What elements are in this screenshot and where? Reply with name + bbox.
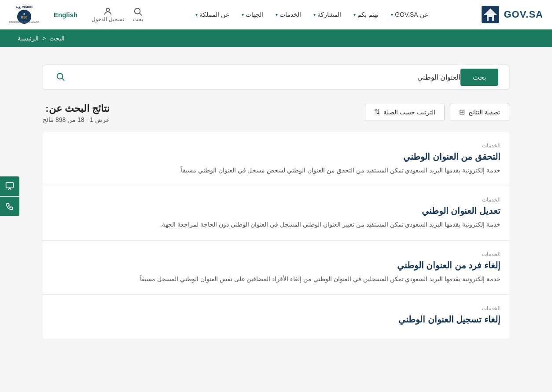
nav-item-participation[interactable]: المشاركة ▾ xyxy=(308,7,346,22)
search-label: بحث xyxy=(133,16,143,22)
result-title[interactable]: التحقق من العنوان الوطني xyxy=(52,151,500,162)
vision-2030-logo: VISION رؤية 2 030 KINGDOM OF SAUDI ARABI… xyxy=(9,4,40,26)
nav-label: عن GOV.SA xyxy=(395,11,428,18)
header-actions: بحث تسجيل الدخول English VISION رؤية 2 0… xyxy=(9,4,143,26)
result-item: الخدمات تعديل العنوان الوطني خدمة إلكترو… xyxy=(43,186,509,240)
gov-logo-area: GOV.SA xyxy=(481,5,543,24)
sort-label: الترتيب حسب الصلة xyxy=(383,109,435,116)
user-icon xyxy=(103,7,113,16)
chat-button[interactable] xyxy=(0,176,19,196)
result-category: الخدمات xyxy=(52,251,500,257)
svg-text:030: 030 xyxy=(21,15,27,19)
results-header: تصفية النتائج ⊞ الترتيب حسب الصلة ⇅ نتائ… xyxy=(43,103,509,123)
search-icon xyxy=(133,7,143,16)
chevron-down-icon: ▾ xyxy=(353,12,356,17)
english-language-link[interactable]: English xyxy=(48,7,83,22)
svg-rect-13 xyxy=(6,182,14,188)
main-nav: عن GOV.SA ▾ نهتم بكم ▾ المشاركة ▾ الخدما… xyxy=(143,7,481,22)
svg-text:VISION رؤية: VISION رؤية xyxy=(16,5,33,9)
sliders-icon: ⊞ xyxy=(459,108,465,116)
gov-logo-text: GOV.SA xyxy=(504,9,543,20)
result-description: خدمة إلكترونية يقدمها البريد السعودي تمك… xyxy=(52,165,500,175)
search-bar-icon xyxy=(55,72,65,83)
chevron-down-icon: ▾ xyxy=(391,12,393,17)
nav-label: المشاركة xyxy=(317,11,341,18)
result-description: خدمة إلكترونية يقدمها البريد السعودي تمك… xyxy=(52,274,500,284)
nav-label: عن المملكة xyxy=(199,11,229,18)
search-button[interactable]: بحث xyxy=(460,69,498,86)
svg-point-11 xyxy=(57,73,63,79)
result-category: الخدمات xyxy=(52,305,500,311)
result-title[interactable]: إلغاء تسجيل العنوان الوطني xyxy=(52,314,500,325)
breadcrumb-current: البحث xyxy=(49,35,65,42)
filter-button[interactable]: تصفية النتائج ⊞ xyxy=(450,103,509,121)
search-bar-container: بحث xyxy=(43,65,509,90)
gov-logo-icon xyxy=(481,5,500,24)
results-title: نتائج البحث عن: xyxy=(43,103,110,114)
sort-arrows-icon: ⇅ xyxy=(374,108,380,116)
sort-button[interactable]: الترتيب حسب الصلة ⇅ xyxy=(365,103,445,121)
result-item: الخدمات التحقق من العنوان الوطني خدمة إل… xyxy=(43,132,509,186)
result-category: الخدمات xyxy=(52,143,500,149)
nav-item-care[interactable]: نهتم بكم ▾ xyxy=(348,7,384,22)
results-filters: تصفية النتائج ⊞ الترتيب حسب الصلة ⇅ xyxy=(365,103,509,121)
chevron-down-icon: ▾ xyxy=(195,12,198,17)
gov-logo[interactable]: GOV.SA xyxy=(481,5,543,24)
results-info: نتائج البحث عن: عرض 1 - 18 من 898 نتائج xyxy=(43,103,110,123)
main-content: بحث تصفية النتائج ⊞ الترتيب حسب الصلة ⇅ … xyxy=(34,47,518,356)
side-buttons xyxy=(0,176,19,216)
login-action[interactable]: تسجيل الدخول xyxy=(92,7,124,22)
login-label: تسجيل الدخول xyxy=(92,16,124,22)
svg-point-4 xyxy=(106,8,109,11)
nav-item-services[interactable]: الخدمات ▾ xyxy=(270,7,306,22)
chevron-down-icon: ▾ xyxy=(313,12,316,17)
nav-item-entities[interactable]: الجهات ▾ xyxy=(236,7,269,22)
result-title[interactable]: إلغاء فرد من العنوان الوطني xyxy=(52,260,500,271)
chevron-down-icon: ▾ xyxy=(242,12,244,17)
result-category: الخدمات xyxy=(52,197,500,203)
svg-text:KINGDOM OF SAUDI ARABIA: KINGDOM OF SAUDI ARABIA xyxy=(9,21,40,23)
chevron-down-icon: ▾ xyxy=(276,12,278,17)
search-action[interactable]: بحث xyxy=(133,7,143,22)
result-description: خدمة إلكترونية يقدمها البريد السعودي تمك… xyxy=(52,220,500,229)
result-title[interactable]: تعديل العنوان الوطني xyxy=(52,205,500,216)
svg-line-3 xyxy=(140,13,142,15)
svg-point-2 xyxy=(135,8,140,14)
nav-item-about-kingdom[interactable]: عن المملكة ▾ xyxy=(190,7,235,22)
filter-label: تصفية النتائج xyxy=(468,109,500,116)
nav-label: الخدمات xyxy=(280,11,301,18)
phone-icon xyxy=(5,202,14,211)
breadcrumb-bar: البحث < الرئيسية xyxy=(0,29,552,47)
phone-button[interactable] xyxy=(0,197,19,216)
chat-icon xyxy=(5,182,14,191)
search-input[interactable] xyxy=(65,73,460,81)
breadcrumb-home[interactable]: الرئيسية xyxy=(18,35,39,42)
results-count: عرض 1 - 18 من 898 نتائج xyxy=(43,116,110,123)
nav-label: الجهات xyxy=(246,11,263,18)
breadcrumb-separator: < xyxy=(42,35,46,42)
result-item-partial: الخدمات إلغاء تسجيل العنوان الوطني xyxy=(43,295,509,339)
svg-line-12 xyxy=(62,78,64,81)
results-list: الخدمات التحقق من العنوان الوطني خدمة إل… xyxy=(43,132,509,339)
result-item: الخدمات إلغاء فرد من العنوان الوطني خدمة… xyxy=(43,241,509,295)
nav-item-about-gov[interactable]: عن GOV.SA ▾ xyxy=(386,7,433,22)
nav-label: نهتم بكم xyxy=(357,11,379,18)
main-header: GOV.SA عن GOV.SA ▾ نهتم بكم ▾ المشاركة ▾… xyxy=(0,0,552,29)
